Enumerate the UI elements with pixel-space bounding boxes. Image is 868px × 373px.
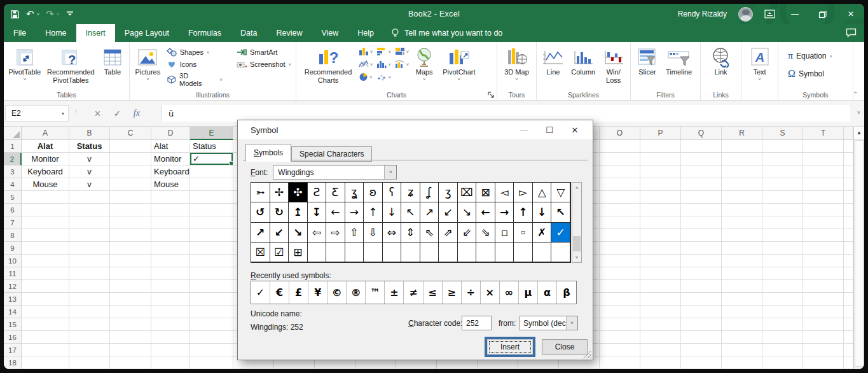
row-header-14[interactable]: 14 (4, 306, 22, 318)
cell-B3[interactable]: v (69, 165, 110, 178)
symbol-cell[interactable] (308, 243, 327, 262)
recent-symbol-cell[interactable]: β (557, 281, 576, 304)
cell-partial[interactable] (844, 280, 853, 293)
recent-symbol-cell[interactable]: ™ (366, 281, 385, 304)
cell-Q6[interactable] (681, 204, 722, 216)
cell-E18[interactable] (190, 356, 233, 369)
symbol-cell[interactable] (495, 243, 514, 262)
tab-data[interactable]: Data (231, 24, 266, 42)
cell-A6[interactable] (22, 204, 69, 216)
cell-P18[interactable] (640, 356, 681, 369)
cell-T13[interactable] (803, 293, 844, 306)
symbol-cell[interactable]: ↓ (533, 202, 552, 222)
symbol-cell[interactable]: ⇩ (364, 223, 383, 243)
cell-S6[interactable] (762, 204, 803, 216)
cell-P12[interactable] (640, 280, 681, 293)
symbol-cell[interactable] (458, 243, 477, 262)
symbol-cell[interactable]: ⇖ (420, 223, 439, 243)
recommended-charts-button[interactable]: ? Recommended Charts (299, 45, 357, 86)
cell-Q14[interactable] (681, 306, 722, 318)
recent-symbol-cell[interactable]: × (481, 281, 500, 304)
symbol-cell[interactable]: ▽ (551, 183, 570, 202)
cell-R10[interactable] (722, 255, 762, 267)
cell-B13[interactable] (69, 293, 110, 306)
cell-R3[interactable] (722, 165, 762, 178)
cell-A8[interactable] (22, 229, 69, 242)
cell-E17[interactable] (190, 344, 233, 356)
cell-partial[interactable] (844, 255, 853, 267)
cell-O5[interactable] (600, 191, 640, 204)
cell-T9[interactable] (803, 242, 844, 255)
chevron-down-icon[interactable]: ˅ (566, 316, 577, 330)
cell-S15[interactable] (762, 318, 803, 331)
cell-R13[interactable] (722, 293, 762, 306)
symbol-cell[interactable]: ⇕ (401, 223, 420, 243)
cell-C13[interactable] (110, 293, 151, 306)
cell-C10[interactable] (110, 255, 151, 267)
symbol-cell[interactable]: ✢ (270, 183, 289, 202)
cell-D7[interactable] (151, 216, 190, 229)
cell-D14[interactable] (151, 306, 190, 318)
cell-Q9[interactable] (681, 242, 722, 255)
cell-Q10[interactable] (681, 255, 722, 267)
symbol-cell-selected[interactable]: ✓ (551, 223, 570, 243)
character-code-input[interactable]: 252 (462, 316, 492, 330)
cancel-icon[interactable]: ✕ (94, 109, 101, 118)
symbol-cell[interactable]: ↖ (401, 202, 420, 222)
cell-D5[interactable] (151, 191, 190, 204)
enter-icon[interactable]: ✓ (114, 109, 121, 118)
recent-symbol-cell[interactable]: ¥ (308, 281, 327, 304)
table-button[interactable]: Table (99, 45, 127, 78)
cell-S5[interactable] (762, 191, 803, 204)
cell-D11[interactable] (151, 267, 190, 280)
cell-C1[interactable] (110, 140, 151, 153)
text-button[interactable]: A Text ˅ (746, 45, 774, 84)
recommended-pivottables-button[interactable]: ? Recommended PivotTables (45, 45, 97, 86)
cell-O16[interactable] (600, 331, 640, 344)
cell-A7[interactable] (22, 216, 69, 229)
cell-E13[interactable] (190, 293, 233, 306)
cell-partial[interactable] (844, 140, 853, 153)
symbol-cell[interactable]: ⊠ (476, 183, 495, 202)
recent-symbol-cell[interactable]: ≥ (443, 281, 462, 304)
cell-R4[interactable] (722, 178, 762, 191)
cell-O18[interactable] (600, 356, 640, 369)
cell-E9[interactable] (190, 242, 233, 255)
cell-C12[interactable] (110, 280, 151, 293)
cell-E16[interactable] (190, 331, 233, 344)
cell-A13[interactable] (22, 293, 69, 306)
cell-S17[interactable] (762, 344, 803, 356)
symbol-cell[interactable]: ↑ (514, 202, 533, 222)
close-button[interactable]: ✕ (843, 10, 859, 18)
cell-P11[interactable] (640, 267, 681, 280)
cell-C18[interactable] (110, 356, 151, 369)
cell-partial[interactable] (844, 267, 853, 280)
cell-E11[interactable] (190, 267, 233, 280)
3d-models-button[interactable]: 3D Models˅ (165, 71, 224, 88)
cell-P10[interactable] (640, 255, 681, 267)
symbol-button[interactable]: Ω Symbol (786, 67, 834, 80)
cell-B11[interactable] (69, 267, 110, 280)
row-header-16[interactable]: 16 (4, 331, 22, 344)
cell-D9[interactable] (151, 242, 190, 255)
cell-E1[interactable]: Status (190, 140, 233, 153)
cell-T16[interactable] (803, 331, 844, 344)
cell-T2[interactable] (803, 153, 844, 165)
cell-R7[interactable] (722, 216, 762, 229)
cell-O7[interactable] (600, 216, 640, 229)
symbol-cell[interactable]: ✣ (289, 183, 308, 202)
cell-R16[interactable] (722, 331, 762, 344)
scroll-up-icon[interactable]: ▲ (854, 127, 864, 139)
pivotchart-button[interactable]: PivotChart ˅ (439, 45, 478, 84)
symbol-cell[interactable]: △ (533, 183, 552, 202)
symbol-cell[interactable]: ↑ (364, 202, 383, 222)
cell-C11[interactable] (110, 267, 151, 280)
symbol-cell[interactable]: ➳ (251, 183, 270, 202)
recent-symbol-cell[interactable]: μ (519, 281, 538, 304)
row-header-10[interactable]: 10 (4, 255, 22, 267)
cell-Q1[interactable] (681, 140, 722, 153)
symbol-cell[interactable]: ⇗ (439, 223, 458, 243)
cell-B7[interactable] (69, 216, 110, 229)
cell-P16[interactable] (640, 331, 681, 344)
cell-O3[interactable] (600, 165, 640, 178)
